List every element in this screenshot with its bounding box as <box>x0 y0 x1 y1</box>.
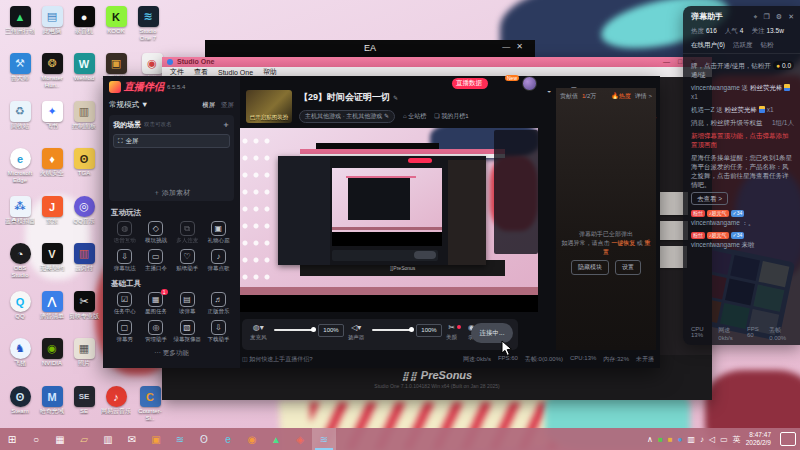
desktop-icon-飞猪[interactable]: ♞飞猪 <box>5 338 35 367</box>
danmaku-tab-1[interactable]: 活跃度 <box>733 41 753 50</box>
desktop-icon-京东[interactable]: J京东 <box>37 196 67 225</box>
task-view-button[interactable]: 去查看 > <box>691 192 728 205</box>
desktop-icon-飞书[interactable]: ✦飞书 <box>37 101 67 130</box>
settings-icon[interactable]: ⚙ <box>776 13 782 20</box>
tool-绿幕抠像器[interactable]: ▧绿幕抠像器 <box>172 320 203 343</box>
category-tag[interactable]: 主机其他游戏 · 主机其他游戏 ✎ <box>299 110 395 123</box>
studio-one-titlebar[interactable]: Studio One —□✕ <box>162 57 712 67</box>
taskbar-obs[interactable]: ▲ <box>264 428 288 450</box>
ea-window[interactable]: EA —✕ <box>205 40 535 57</box>
hide-module-button[interactable]: 隐藏模块 <box>571 260 609 275</box>
tool-礼物心愿[interactable]: ▣礼物心愿 <box>203 221 234 244</box>
desktop-icon-Counter-Si..[interactable]: CCounter-Si.. <box>135 386 165 422</box>
taskbar-studio-one[interactable]: ≋ <box>168 428 192 450</box>
desktop-icon-网易云音乐[interactable]: ♪网易云音乐 <box>101 386 131 415</box>
desktop-icon-滴答清单[interactable]: ⋀滴答清单 <box>37 291 67 320</box>
volume-icon[interactable]: ◁ <box>709 435 715 444</box>
restore-link[interactable]: 一键恢复 <box>611 240 635 246</box>
taskbar-live-companion[interactable]: ≋ <box>312 428 336 450</box>
taskbar-firefox[interactable]: ◉ <box>240 428 264 450</box>
desktop-icon-NVIDIA[interactable]: ◉NVIDIA <box>37 338 67 367</box>
tool-星图任务[interactable]: ▦1星图任务 <box>140 292 171 315</box>
defender-icon[interactable]: ▥ <box>687 435 695 444</box>
scene-item-fullscreen[interactable]: ⛶ 全屏 <box>113 134 230 148</box>
ea-minimize-button[interactable]: — <box>502 42 516 51</box>
rank-all-site[interactable]: ⌂ 全站榜 <box>403 112 426 121</box>
desktop-icon-Microsoft Edge[interactable]: eMicrosoft Edge <box>5 148 35 184</box>
mic-icon[interactable]: ♪ <box>700 435 704 444</box>
desktop-icon-QQ音乐[interactable]: ◎QQ音乐 <box>69 196 99 225</box>
mode-dropdown[interactable]: 常规模式 ▼ <box>109 100 149 110</box>
danmaku-tab-0[interactable]: 在线用户(6) <box>691 41 725 50</box>
desktop-icon-哈奇光域[interactable]: M哈奇光域 <box>37 386 67 415</box>
green-app-icon[interactable]: ■ <box>658 435 663 444</box>
danmaku-tab-2[interactable]: 钻粉 <box>760 41 773 50</box>
mic-volume-value[interactable]: 100% <box>318 324 344 337</box>
action-center-icon[interactable] <box>780 432 796 446</box>
stream-thumbnail[interactable]: 已开启贴图装扮 <box>246 90 292 123</box>
desktop-icon-无畏契约[interactable]: V无畏契约 <box>37 243 67 272</box>
tool-读弹幕[interactable]: ▤读弹幕 <box>172 292 203 315</box>
desktop-icon-蓝叠模拟器[interactable]: ⁂蓝叠模拟器 <box>5 196 35 225</box>
mic-slider[interactable] <box>274 329 314 331</box>
mic-control[interactable]: ◍▾ 麦克风 <box>250 323 267 341</box>
ime-indicator[interactable]: 英 <box>733 434 741 445</box>
desktop-icon-照片[interactable]: ▦照片 <box>69 338 99 367</box>
desktop-icon-TGA[interactable]: ʘTGA <box>69 148 99 177</box>
rank-monthly[interactable]: ❏ 我的月榜1 <box>434 112 468 121</box>
clock[interactable]: 8:47:47 2026/2/9 <box>746 431 771 447</box>
desktop-icon-Monster Hun..[interactable]: ❂Monster Hun.. <box>37 53 67 89</box>
edit-title-icon[interactable]: ✎ <box>393 95 398 101</box>
desktop-icon-此电脑[interactable]: ▤此电脑 <box>37 6 67 35</box>
desktop-icon-WeMod[interactable]: WWeMod <box>69 53 99 82</box>
tool-语音互动[interactable]: ◍语音互动 <box>109 221 140 244</box>
taskbar-app-orange[interactable]: ▣ <box>144 428 168 450</box>
taskbar-file-explorer[interactable]: ▱ <box>72 428 96 450</box>
color-app-icon[interactable]: ■ <box>668 435 673 444</box>
beauty-button[interactable]: ✂ 美颜 <box>446 323 457 341</box>
speaker-slider[interactable] <box>372 329 412 331</box>
tool-任务中心[interactable]: ☑任务中心 <box>109 292 140 315</box>
tool-模玩挑战[interactable]: ◇模玩挑战 <box>140 221 171 244</box>
desktop-icon-SE[interactable]: SESE <box>69 386 99 415</box>
blue-app-icon[interactable]: ● <box>678 435 683 444</box>
desktop-icon-Steam[interactable]: ʘSteam <box>5 386 35 415</box>
tool-正版音乐[interactable]: ♬正版音乐 <box>203 292 234 315</box>
desktop-icon-鲁大师[interactable]: ⚒鲁大师 <box>5 53 35 82</box>
details-link[interactable]: 详情 > <box>635 92 652 101</box>
hidden-icons-chevron[interactable]: ∧ <box>647 435 653 444</box>
taskbar-start[interactable]: ⊞ <box>0 428 24 450</box>
desktop-icon-回收站[interactable]: ♻回收站 <box>5 101 35 130</box>
pin-icon[interactable]: ⌖ <box>754 13 758 20</box>
desktop-icon-剪映专业版[interactable]: ✂剪映专业版 <box>69 291 99 320</box>
menu-item-Studio One[interactable]: Studio One <box>218 69 253 76</box>
desktop-icon-录音机[interactable]: ●录音机 <box>69 6 99 35</box>
desktop-icon-云闪付[interactable]: ▥云闪付 <box>69 243 99 272</box>
taskbar-steam[interactable]: ʘ <box>192 428 216 450</box>
taskbar-app-red[interactable]: ◈ <box>288 428 312 450</box>
desktop-icon-火绒安全[interactable]: ♦火绒安全 <box>37 148 67 177</box>
tool-主播口令[interactable]: ▭主播口令 <box>140 249 171 272</box>
ea-close-button[interactable]: ✕ <box>516 42 529 51</box>
add-material-button[interactable]: ＋ 添加素材 <box>109 188 234 198</box>
speaker-volume-value[interactable]: 100% <box>416 324 442 337</box>
display-icon[interactable]: ▭ <box>720 435 728 444</box>
desktop-icon-控制面板[interactable]: ▥控制面板 <box>69 101 99 130</box>
taskbar-task-view[interactable]: ▦ <box>48 428 72 450</box>
orientation-landscape[interactable]: 横屏 <box>202 101 215 108</box>
taskbar-search[interactable]: ○ <box>24 428 48 450</box>
taskbar-edge[interactable]: e <box>216 428 240 450</box>
desktop-icon-Studio One 7[interactable]: ≋Studio One 7 <box>133 6 163 42</box>
more-features-button[interactable]: ··· 更多功能 <box>109 349 234 358</box>
tool-弹幕玩法[interactable]: ⇩弹幕玩法 <box>109 249 140 272</box>
desktop-icon-KOOK[interactable]: KKOOK <box>101 6 131 35</box>
tool-下载助手[interactable]: ⇩下载助手 <box>203 320 234 343</box>
help-link[interactable]: ◫ 如何快速上手直播伴侣? <box>242 355 313 364</box>
desktop-icon-三角洲行动[interactable]: ▲三角洲行动 <box>5 6 35 35</box>
desktop-icon-OBS Studio[interactable]: ◔OBS Studio <box>5 243 35 279</box>
popout-icon[interactable]: ❐ <box>764 13 770 20</box>
add-scene-button[interactable]: ＋ <box>222 119 230 130</box>
desktop-icon-QQ[interactable]: QQQ <box>5 291 35 320</box>
tool-管理助手[interactable]: ◎管理助手 <box>140 320 171 343</box>
orientation-portrait[interactable]: 竖屏 <box>221 101 234 108</box>
